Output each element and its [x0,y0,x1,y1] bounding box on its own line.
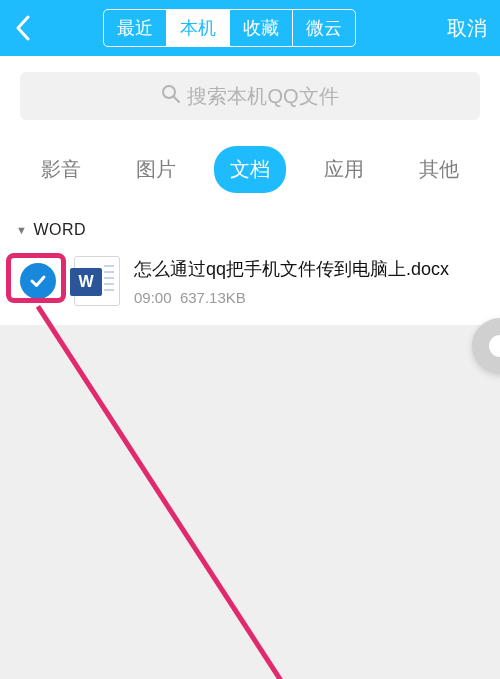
tab-images[interactable]: 图片 [120,146,192,193]
tab-media[interactable]: 影音 [25,146,97,193]
file-row[interactable]: W 怎么通过qq把手机文件传到电脑上.docx 09:00 637.13KB [0,245,500,325]
triangle-down-icon: ▼ [16,224,27,236]
source-segmented-control: 最近 本机 收藏 微云 [103,9,356,47]
file-name: 怎么通过qq把手机文件传到电脑上.docx [134,256,488,282]
tab-other[interactable]: 其他 [403,146,475,193]
file-checkbox[interactable] [12,255,64,307]
check-circle-icon [20,263,56,299]
word-file-icon: W [74,256,120,306]
file-size: 637.13KB [180,289,246,306]
section-header[interactable]: ▼ WORD [0,211,500,245]
segment-weiyun[interactable]: 微云 [293,10,355,46]
back-button[interactable] [3,0,43,56]
file-time: 09:00 [134,289,172,306]
floating-action-button[interactable] [472,318,500,374]
svg-point-0 [163,86,175,98]
search-section: 搜索本机QQ文件 [0,56,500,136]
segment-favorites[interactable]: 收藏 [230,10,293,46]
tab-apps[interactable]: 应用 [308,146,380,193]
search-placeholder: 搜索本机QQ文件 [187,83,338,110]
category-tabs: 影音 图片 文档 应用 其他 [0,136,500,211]
svg-line-1 [174,97,179,102]
section-title: WORD [33,221,86,239]
search-input[interactable]: 搜索本机QQ文件 [20,72,480,120]
annotation-arrow-line [36,305,302,679]
chevron-left-icon [15,15,31,41]
search-icon [161,84,181,109]
tab-documents[interactable]: 文档 [214,146,286,193]
header-bar: 最近 本机 收藏 微云 取消 [0,0,500,56]
word-badge-letter: W [70,268,102,296]
cancel-button[interactable]: 取消 [447,15,497,42]
segment-local[interactable]: 本机 [167,10,230,46]
file-meta: 09:00 637.13KB [134,289,488,306]
file-info: 怎么通过qq把手机文件传到电脑上.docx 09:00 637.13KB [134,256,488,305]
segment-recent[interactable]: 最近 [104,10,167,46]
